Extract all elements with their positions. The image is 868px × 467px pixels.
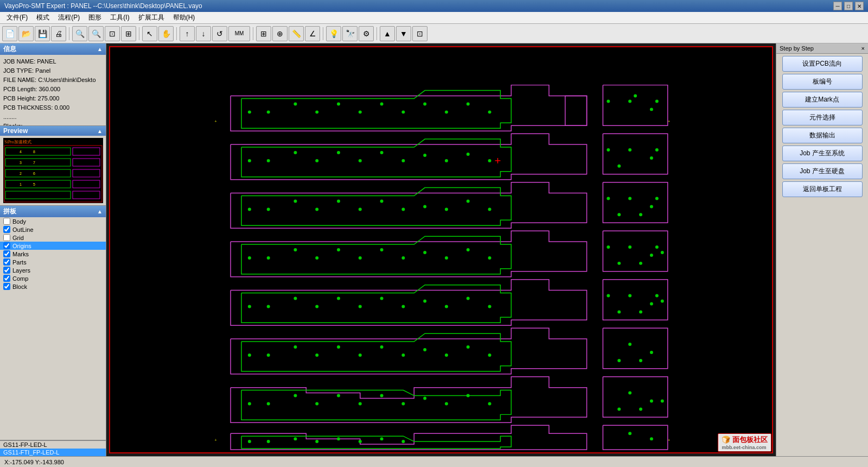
menu-item-p[interactable]: 流程(P) bbox=[54, 12, 84, 23]
menu-item-[interactable]: 扩展工具 bbox=[134, 12, 169, 23]
pinban-item-4[interactable]: Marks bbox=[0, 250, 106, 258]
svg-point-123 bbox=[423, 397, 426, 400]
svg-point-68 bbox=[639, 213, 642, 216]
preview-collapse-btn[interactable]: ▲ bbox=[97, 128, 103, 134]
step-btn-6[interactable]: Job 产生至硬盘 bbox=[782, 163, 863, 179]
pinban-label: 拼板 bbox=[3, 207, 16, 216]
svg-point-114 bbox=[617, 359, 621, 362]
zoom-fit-button[interactable]: ⊡ bbox=[105, 26, 120, 41]
pinban-item-0[interactable]: Body bbox=[0, 217, 106, 225]
minimize-button[interactable]: ─ bbox=[833, 2, 842, 10]
pinban-checkbox-1[interactable] bbox=[3, 226, 10, 233]
pinban-item-3[interactable]: Origins bbox=[0, 242, 106, 250]
svg-point-94 bbox=[467, 297, 470, 300]
window-controls: ─ □ ✕ bbox=[833, 2, 864, 10]
light-button[interactable]: 💡 bbox=[326, 26, 341, 41]
select-button[interactable]: ↖ bbox=[142, 26, 157, 41]
bottom-list-item-1[interactable]: GS11-FTI_FP-LED-L bbox=[0, 449, 106, 456]
pinban-item-6[interactable]: Layers bbox=[0, 266, 106, 274]
svg-point-101 bbox=[267, 354, 270, 357]
new-button[interactable]: 📄 bbox=[2, 26, 17, 41]
angle-button[interactable]: ∠ bbox=[305, 26, 320, 41]
tool1-button[interactable]: ⊡ bbox=[412, 26, 427, 41]
svg-point-121 bbox=[380, 394, 384, 397]
pinban-label-0: Body bbox=[12, 218, 26, 225]
step-btn-4[interactable]: 数据输出 bbox=[782, 128, 863, 143]
bottom-list-item-0[interactable]: GS11-FP-LED-L bbox=[0, 441, 106, 449]
toolbar-divider-2 bbox=[139, 27, 139, 40]
pinban-checkbox-6[interactable] bbox=[3, 267, 10, 274]
pinban-collapse-btn[interactable]: ▲ bbox=[97, 209, 103, 214]
measure-button[interactable]: 📏 bbox=[289, 26, 304, 41]
toolbar-divider-6 bbox=[376, 27, 377, 40]
svg-point-118 bbox=[315, 402, 318, 405]
menu-item-[interactable]: 模式 bbox=[32, 12, 54, 23]
svg-rect-3 bbox=[73, 148, 100, 155]
print-button[interactable]: 🖨 bbox=[51, 26, 66, 41]
zoom-out-button[interactable]: 🔍 bbox=[88, 26, 104, 41]
step-btn-5[interactable]: Job 产生至系统 bbox=[782, 146, 863, 161]
step-btn-1[interactable]: 板编号 bbox=[782, 74, 863, 90]
pinban-checkbox-4[interactable] bbox=[3, 250, 10, 257]
canvas-area[interactable]: + + + + bbox=[106, 43, 776, 456]
save-button[interactable]: 💾 bbox=[35, 26, 50, 41]
pan-button[interactable]: ✋ bbox=[158, 26, 174, 41]
svg-point-45 bbox=[423, 154, 426, 157]
pinban-item-2[interactable]: Grid bbox=[0, 234, 106, 242]
svg-point-62 bbox=[445, 207, 448, 211]
config-button[interactable]: ⚙ bbox=[359, 26, 374, 41]
zoom-select-button[interactable]: ⊞ bbox=[121, 26, 136, 41]
menu-item-f[interactable]: 文件(F) bbox=[2, 12, 32, 23]
snap-button[interactable]: ⊕ bbox=[272, 26, 288, 41]
restore-button[interactable]: □ bbox=[844, 2, 853, 10]
svg-point-97 bbox=[650, 302, 653, 305]
svg-point-127 bbox=[628, 392, 631, 395]
svg-text:2: 2 bbox=[20, 172, 22, 175]
pinban-checkbox-8[interactable] bbox=[3, 283, 10, 290]
svg-point-69 bbox=[267, 256, 270, 260]
pinban-checkbox-0[interactable] bbox=[3, 218, 10, 225]
watermark-icon: 🍞 bbox=[722, 436, 730, 444]
pinban-checkbox-7[interactable] bbox=[3, 275, 10, 282]
move-up-button[interactable]: ↑ bbox=[180, 26, 195, 41]
svg-point-89 bbox=[359, 305, 362, 308]
menu-item-[interactable]: 图形 bbox=[84, 12, 106, 23]
pinban-checkbox-2[interactable] bbox=[3, 234, 10, 241]
pinban-item-1[interactable]: OutLine bbox=[0, 225, 106, 234]
svg-point-147 bbox=[655, 197, 659, 200]
svg-point-150 bbox=[607, 294, 610, 298]
pinban-item-5[interactable]: Parts bbox=[0, 258, 106, 266]
step-btn-3[interactable]: 元件选择 bbox=[782, 110, 863, 125]
move-down-button[interactable]: ↓ bbox=[196, 26, 211, 41]
svg-point-156 bbox=[248, 305, 251, 308]
layer-up-button[interactable]: ▲ bbox=[380, 26, 395, 41]
search-button[interactable]: 🔭 bbox=[342, 26, 358, 41]
svg-point-155 bbox=[248, 256, 251, 260]
svg-point-133 bbox=[293, 437, 297, 440]
svg-point-86 bbox=[293, 297, 297, 300]
zoom-in-button[interactable]: 🔍 bbox=[72, 26, 87, 41]
pinban-item-7[interactable]: Comp bbox=[0, 274, 106, 282]
pinban-checkbox-5[interactable] bbox=[3, 258, 10, 266]
svg-point-137 bbox=[380, 437, 384, 440]
open-button[interactable]: 📂 bbox=[18, 26, 34, 41]
pinban-checkbox-3[interactable] bbox=[3, 242, 10, 249]
step-btn-0[interactable]: 设置PCB流向 bbox=[782, 56, 863, 72]
pinban-item-8[interactable]: Block bbox=[0, 282, 106, 291]
menu-item-i[interactable]: 工具(I) bbox=[106, 12, 133, 23]
step-btn-2[interactable]: 建立Mark点 bbox=[782, 92, 863, 108]
info-collapse-btn[interactable]: ▲ bbox=[97, 46, 103, 52]
rotate-button[interactable]: ↺ bbox=[212, 26, 227, 41]
svg-point-78 bbox=[467, 248, 470, 251]
step-btn-7[interactable]: 返回单板工程 bbox=[782, 181, 863, 197]
preview-section: Preview ▲ SiPro加速模式 bbox=[0, 126, 106, 206]
svg-point-82 bbox=[617, 262, 621, 265]
grid-button[interactable]: ⊞ bbox=[256, 26, 271, 41]
menubar: 文件(F)模式流程(P)图形工具(I)扩展工具帮助(H) bbox=[0, 12, 868, 24]
unit-button[interactable]: MM bbox=[228, 26, 250, 41]
menu-item-h[interactable]: 帮助(H) bbox=[169, 12, 200, 23]
close-button[interactable]: ✕ bbox=[855, 2, 864, 10]
layer-down-button[interactable]: ▼ bbox=[396, 26, 411, 41]
step-close-btn[interactable]: × bbox=[861, 45, 865, 52]
svg-rect-9 bbox=[73, 180, 100, 188]
